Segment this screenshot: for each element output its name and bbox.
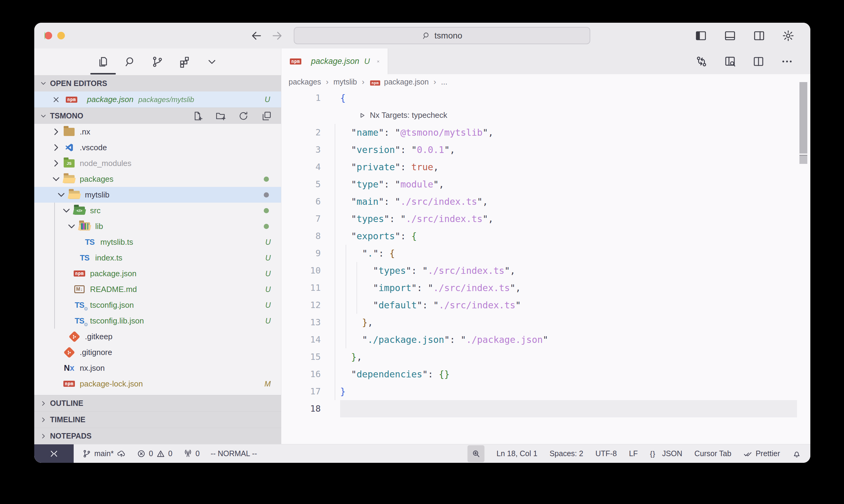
breadcrumb-item-...[interactable]: ... [441,77,447,86]
activity-scm-icon[interactable] [151,55,164,68]
code-line-16[interactable]: 16 "dependencies": {} [281,365,810,383]
tree-item-tsconfig.lib.json[interactable]: TS⚙tsconfig.lib.jsonU [34,313,281,329]
settings-gear-icon[interactable] [782,30,795,42]
back-icon[interactable] [250,30,263,42]
open-editor-item[interactable]: npm package.json packages/mytslib U [34,91,281,108]
code-line-6[interactable]: 6 "main": "./src/index.ts", [281,193,810,210]
open-editors-header[interactable]: OPEN EDITORS [34,75,281,91]
code-line-14[interactable]: 14 "./package.json": "./package.json" [281,331,810,348]
code-line-12[interactable]: 12 "default": "./src/index.ts" [281,296,810,314]
new-folder-icon[interactable] [215,111,226,122]
close-icon[interactable] [52,95,60,104]
activity-chev-down-icon[interactable] [206,55,218,68]
collapse-icon[interactable] [261,111,272,122]
activity-extensions-icon[interactable] [178,55,191,68]
code-line-17[interactable]: 17} [281,383,810,400]
tower-icon[interactable] [184,449,192,458]
codelens[interactable]: Nx Targets: typecheck [321,107,447,124]
code-line-9[interactable]: 9 ".": { [281,245,810,262]
zoom-status-box[interactable] [467,445,484,462]
minimize-window-button[interactable] [57,32,65,39]
bell-icon[interactable] [792,449,801,458]
split-icon[interactable] [752,55,765,68]
tree-item-mytslib.ts[interactable]: TSmytslib.tsU [34,234,281,250]
section-header-timeline[interactable]: TIMELINE [34,411,281,428]
tree-item-.gitignore[interactable]: .gitignore [34,344,281,360]
status-item-left-1[interactable]: 00 [137,449,172,458]
toggle-panel-icon[interactable] [724,30,736,42]
warning-icon[interactable] [156,449,165,458]
code-editor[interactable]: 1{Nx Targets: typecheck2 "name": "@tsmon… [281,89,810,417]
double-check-icon[interactable] [743,449,753,458]
zoom-window-button[interactable] [45,32,45,39]
tree-item-nx.json[interactable]: Nxnx.json [34,360,281,376]
breadcrumb-item-package.json[interactable]: npmpackage.json [369,77,429,86]
tree-item-README.md[interactable]: M↓README.mdU [34,282,281,297]
code-line-7[interactable]: 7 "types": "./src/index.ts", [281,210,810,228]
code-line-1[interactable]: 1{ [281,89,810,107]
activity-files-icon[interactable] [97,55,109,68]
status-item-left-3[interactable]: -- NORMAL -- [211,449,257,458]
code-line-5[interactable]: 5 "type": "module", [281,176,810,193]
compare-icon[interactable] [695,55,708,68]
branch-icon[interactable] [82,449,91,458]
refresh-icon[interactable] [238,111,249,122]
tree-item-index.ts[interactable]: TSindex.tsU [34,250,281,266]
status-item-left-0[interactable]: main* [82,449,126,458]
forward-icon[interactable] [271,30,283,42]
close-icon[interactable] [377,57,380,66]
code-line-18[interactable]: 18 [281,400,810,417]
codelens-row[interactable]: Nx Targets: typecheck [281,107,810,124]
breadcrumb[interactable]: packages›mytslib›npmpackage.json›... [281,74,810,89]
cloud-up-icon[interactable] [117,449,126,458]
split-search-icon[interactable] [724,55,736,68]
breadcrumb-item-packages[interactable]: packages [289,77,321,86]
tree-item-tsconfig.json[interactable]: TS⚙tsconfig.jsonU [34,297,281,313]
section-header-outline[interactable]: OUTLINE [34,395,281,411]
new-file-icon[interactable] [192,111,203,122]
tree-item-.nx[interactable]: .nx [34,124,281,140]
status-item-right-2[interactable]: Spaces: 2 [550,449,583,458]
code-line-10[interactable]: 10 "types": "./src/index.ts", [281,262,810,279]
tree-item-packages[interactable]: packages [34,171,281,187]
braces-icon[interactable]: {} [650,449,659,458]
tree-item-package.json[interactable]: npmpackage.jsonU [34,266,281,282]
code-line-8[interactable]: 8 "exports": { [281,228,810,245]
toggle-secondary-sidebar-icon[interactable] [753,30,765,42]
activity-search-icon[interactable] [124,55,136,68]
tree-item-mytslib[interactable]: mytslib [34,187,281,203]
tree-item-.gitkeep[interactable]: .gitkeep [34,329,281,344]
explorer-section-header[interactable]: TSMONO [34,108,281,124]
error-icon[interactable] [137,449,146,458]
status-item-right-8[interactable] [792,449,801,458]
code-line-4[interactable]: 4 "private": true, [281,158,810,176]
code-line-2[interactable]: 2 "name": "@tsmono/mytslib", [281,124,810,141]
toggle-sidebar-icon[interactable] [694,30,707,42]
code-line-11[interactable]: 11 "import": "./src/index.ts", [281,279,810,296]
close-window-button[interactable] [45,32,52,39]
codelens-label[interactable]: Nx Targets: typecheck [370,107,447,124]
status-item-left-2[interactable]: 0 [184,449,200,458]
scrollbar-handle[interactable] [799,82,807,154]
status-item-right-6[interactable]: Cursor Tab [694,449,731,458]
more-icon[interactable] [781,55,793,68]
breadcrumb-item-mytslib[interactable]: mytslib [333,77,357,86]
status-item-right-1[interactable]: Ln 18, Col 1 [497,449,537,458]
code-line-15[interactable]: 15 }, [281,348,810,365]
status-item-right-7[interactable]: Prettier [743,449,780,458]
status-item-right-4[interactable]: LF [629,449,638,458]
code-line-13[interactable]: 13 }, [281,314,810,331]
tree-item-package-lock.json[interactable]: npmpackage-lock.jsonM [34,376,281,392]
section-header-notepads[interactable]: NOTEPADS [34,428,281,444]
tree-item-.vscode[interactable]: .vscode [34,140,281,156]
code-line-3[interactable]: 3 "version": "0.0.1", [281,141,810,158]
tree-item-src[interactable]: </>src [34,203,281,218]
status-item-right-3[interactable]: UTF-8 [596,449,617,458]
tab-package-json[interactable]: npm package.json U [281,49,388,74]
tree-item-lib[interactable]: lib [34,218,281,234]
status-item-right-5[interactable]: {}JSON [650,449,683,458]
tree-item-node_modules[interactable]: JSnode_modules [34,156,281,171]
command-center-search[interactable]: tsmono [294,27,590,44]
status-item-right-0[interactable] [467,445,484,462]
remote-indicator[interactable] [34,444,74,463]
